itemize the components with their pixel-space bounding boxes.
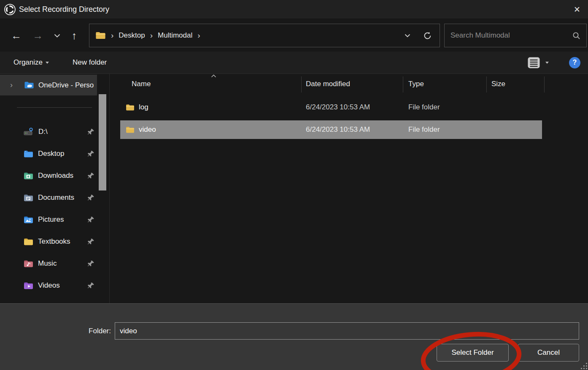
sidebar-item-label: Downloads	[38, 171, 87, 180]
recent-locations-chevron-icon[interactable]	[54, 34, 60, 38]
pin-icon	[87, 216, 94, 223]
breadcrumb-chevron-icon: ›	[111, 31, 114, 40]
forward-icon[interactable]: →	[32, 30, 43, 41]
sidebar-item-label: Documents	[38, 193, 87, 202]
panel-divider	[109, 74, 110, 303]
onedrive-folder-icon	[24, 81, 34, 89]
sidebar-item-label: Music	[38, 259, 87, 268]
help-button[interactable]: ?	[569, 57, 580, 68]
organize-label: Organize	[13, 58, 43, 67]
nav-buttons: ← → ↑	[0, 19, 88, 52]
search-box	[444, 24, 587, 47]
breadcrumb-chevron-icon: ›	[150, 31, 153, 40]
breadcrumb[interactable]: › Desktop › Multimodal ›	[89, 24, 440, 47]
sidebar-item-downloads[interactable]: Downloads	[0, 165, 98, 187]
column-separator[interactable]	[544, 76, 545, 92]
sidebar-item-pictures[interactable]: Pictures	[0, 209, 98, 231]
sidebar-item-label: D:\	[38, 128, 87, 136]
breadcrumb-segment-multimodal[interactable]: Multimodal	[158, 31, 192, 40]
sort-ascending-icon	[211, 74, 216, 78]
search-icon[interactable]	[572, 32, 580, 40]
sidebar: › OneDrive - Perso	[0, 74, 98, 303]
view-dropdown-chevron-icon[interactable]	[545, 62, 549, 64]
sidebar-item-music[interactable]: Music	[0, 253, 98, 275]
column-header-type[interactable]: Type	[403, 80, 486, 88]
folder-name-input[interactable]	[115, 322, 579, 340]
address-dropdown-chevron-icon[interactable]	[405, 34, 410, 38]
breadcrumb-segment-desktop[interactable]: Desktop	[119, 31, 145, 40]
column-separator[interactable]	[486, 76, 487, 92]
breadcrumb-folder-icon	[95, 31, 106, 40]
pin-icon	[87, 238, 94, 245]
column-header-size[interactable]: Size	[486, 80, 544, 88]
sidebar-item-label: Textbooks	[38, 237, 87, 246]
select-folder-button[interactable]: Select Folder	[437, 344, 509, 362]
view-list-icon[interactable]	[527, 57, 540, 69]
file-list-panel: Name Date modified Type Size log	[111, 74, 588, 303]
sidebar-item-label: OneDrive - Perso	[38, 81, 94, 90]
music-folder-icon	[24, 260, 33, 268]
file-row-log[interactable]: log 6/24/2023 10:53 AM File folder	[120, 98, 542, 117]
new-folder-button[interactable]: New folder	[73, 58, 107, 67]
column-separator[interactable]	[403, 76, 403, 92]
organize-dropdown-icon	[46, 62, 49, 64]
obs-logo-icon	[4, 3, 16, 16]
pictures-folder-icon	[24, 216, 33, 224]
file-type: File folder	[403, 125, 486, 134]
sidebar-item-label: Pictures	[38, 215, 87, 224]
pin-icon	[87, 194, 94, 201]
pin-icon	[87, 260, 94, 267]
downloads-folder-icon	[24, 172, 33, 180]
close-icon[interactable]: ✕	[567, 0, 587, 19]
sidebar-item-videos[interactable]: Videos	[0, 275, 98, 297]
sidebar-item-onedrive[interactable]: › OneDrive - Perso	[0, 75, 97, 95]
file-date-modified: 6/24/2023 10:53 AM	[301, 103, 403, 112]
pin-icon	[87, 282, 94, 289]
up-icon[interactable]: ↑	[71, 30, 77, 41]
pin-icon	[87, 128, 94, 136]
drive-icon	[24, 128, 34, 136]
textbooks-folder-icon	[24, 238, 33, 246]
breadcrumb-chevron-icon: ›	[197, 31, 200, 40]
file-date-modified: 6/24/2023 10:53 AM	[301, 125, 403, 134]
refresh-icon[interactable]	[423, 31, 432, 40]
sidebar-scrollbar[interactable]	[99, 94, 106, 190]
resize-grip[interactable]	[580, 362, 588, 370]
search-input[interactable]	[450, 31, 572, 40]
sidebar-item-label: Desktop	[38, 150, 87, 158]
sidebar-item-label: Videos	[38, 281, 87, 290]
folder-icon	[126, 104, 135, 111]
file-name: log	[139, 103, 148, 112]
navigation-bar: ← → ↑ › Desktop › Multimodal ›	[0, 19, 588, 52]
column-header-date-modified[interactable]: Date modified	[301, 80, 403, 88]
documents-folder-icon	[24, 194, 33, 202]
desktop-folder-icon	[24, 150, 33, 158]
pin-icon	[87, 172, 94, 180]
file-name: video	[139, 125, 156, 134]
dialog-footer: Folder: Select Folder Cancel	[0, 303, 588, 370]
column-header-name[interactable]: Name	[111, 80, 301, 88]
file-type: File folder	[403, 103, 486, 112]
sidebar-item-documents[interactable]: Documents	[0, 187, 98, 209]
folder-icon	[126, 126, 135, 133]
sidebar-divider	[17, 107, 92, 108]
folder-label: Folder:	[0, 323, 111, 340]
back-icon[interactable]: ←	[11, 30, 22, 41]
sidebar-item-textbooks[interactable]: Textbooks	[0, 231, 98, 253]
pin-icon	[87, 150, 94, 158]
videos-folder-icon	[24, 282, 33, 290]
sidebar-item-desktop[interactable]: Desktop	[0, 143, 98, 165]
file-list-header: Name Date modified Type Size	[111, 74, 588, 94]
title-bar: Select Recording Directory ✕	[0, 0, 588, 19]
column-separator[interactable]	[301, 76, 302, 92]
file-row-video[interactable]: video 6/24/2023 10:53 AM File folder	[120, 120, 542, 139]
main-area: › OneDrive - Perso	[0, 74, 588, 303]
expand-chevron-icon[interactable]: ›	[10, 81, 18, 90]
window-title: Select Recording Directory	[19, 5, 109, 14]
dialog-toolbar: Organize New folder ?	[0, 52, 588, 74]
sidebar-item-d-drive[interactable]: D:\	[0, 121, 98, 143]
cancel-button[interactable]: Cancel	[518, 344, 579, 362]
organize-button[interactable]: Organize	[13, 58, 49, 67]
